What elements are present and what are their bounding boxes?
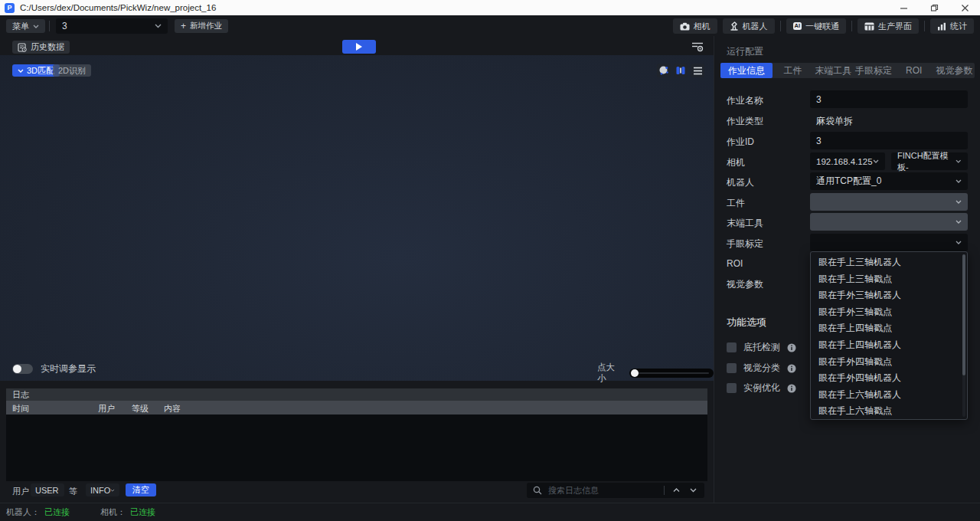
hand-eye-select[interactable] — [810, 234, 968, 251]
job-selector[interactable]: 3 — [56, 18, 168, 34]
dropdown-option[interactable]: 眼在手上六轴机器人 — [811, 387, 967, 404]
dropdown-option[interactable]: 眼在手上六轴戳点 — [811, 403, 967, 420]
dropdown-option[interactable]: 眼在手上三轴戳点 — [811, 271, 967, 288]
production-grid-icon — [864, 22, 874, 31]
point-cloud-view-button[interactable] — [657, 64, 671, 77]
viewport-menu-button[interactable] — [691, 64, 704, 77]
robot-config-select[interactable]: 通用TCP配置_0 — [810, 172, 968, 190]
camera-ip-select[interactable]: 192.168.4.125 — [810, 152, 885, 170]
scrollbar-thumb[interactable] — [962, 254, 965, 375]
info-icon[interactable] — [787, 364, 796, 373]
dropdown-scrollbar[interactable] — [962, 254, 965, 417]
robot-status-value: 已连接 — [44, 506, 70, 518]
hand-eye-dropdown-list: 眼在手上三轴机器人 眼在手上三轴戳点 眼在手外三轴机器人 眼在手外三轴戳点 眼在… — [810, 251, 968, 420]
dropdown-option[interactable]: 眼在手上四轴机器人 — [811, 337, 967, 354]
statistics-button[interactable]: 统计 — [930, 18, 974, 34]
log-level-label: 等 — [69, 486, 77, 497]
dropdown-option[interactable]: 眼在手外四轴机器人 — [811, 370, 967, 387]
camera-template-select[interactable]: FINCH配置模板- — [891, 152, 968, 170]
minimize-icon — [900, 4, 908, 12]
log-table-header: 时间 用户 等级 内容 — [6, 401, 707, 415]
tab-job-info[interactable]: 作业信息 — [720, 63, 773, 78]
pallet-detection-checkbox[interactable] — [727, 342, 737, 352]
bar-chart-icon — [937, 22, 946, 31]
workspace-toolbar: 历史数据 — [0, 36, 714, 55]
log-col-level: 等级 — [132, 403, 149, 415]
chevron-down-icon — [690, 488, 697, 493]
search-prev-button[interactable] — [671, 485, 681, 496]
tab-roi[interactable]: ROI — [893, 63, 934, 78]
workpiece-select[interactable] — [810, 193, 968, 211]
slider-knob[interactable] — [631, 369, 639, 377]
chevron-down-icon — [59, 489, 60, 492]
point-cloud-icon — [658, 65, 669, 76]
pallet-detection-label: 底托检测 — [743, 341, 780, 354]
chevron-down-icon — [956, 200, 962, 204]
run-button[interactable] — [342, 40, 376, 54]
ai-icon: AI — [793, 22, 802, 30]
job-type-value: 麻袋单拆 — [816, 115, 853, 128]
log-col-content: 内容 — [164, 403, 181, 415]
view-settings-button[interactable] — [690, 40, 705, 54]
realtime-param-toggle[interactable] — [12, 364, 33, 374]
dropdown-option[interactable]: 眼在手外三轴机器人 — [811, 287, 967, 304]
dropdown-option[interactable]: 眼在手上三轴机器人 — [811, 254, 967, 271]
search-icon — [533, 486, 542, 495]
dropdown-option[interactable]: 眼在手外四轴戳点 — [811, 354, 967, 371]
tab-2d-recognition[interactable]: 2D识别 — [53, 64, 91, 77]
dropdown-option[interactable]: 眼在手上四轴戳点 — [811, 320, 967, 337]
add-job-button[interactable]: + 新增作业 — [175, 19, 228, 33]
camera-status-value: 已连接 — [130, 506, 155, 518]
divider — [780, 21, 781, 31]
minimize-button[interactable] — [888, 0, 919, 15]
one-key-connect-button[interactable]: AI 一键联通 — [786, 18, 847, 34]
tab-end-tool[interactable]: 末端工具 — [813, 63, 854, 78]
tab-vision-params[interactable]: 视觉参数 — [934, 63, 975, 78]
point-size-slider[interactable] — [629, 369, 714, 378]
log-search-input[interactable] — [548, 486, 658, 495]
vision-classify-checkbox[interactable] — [727, 363, 737, 373]
job-name-input[interactable] — [810, 90, 968, 108]
divider — [49, 21, 50, 31]
menu-bar: 菜单 3 + 新增作业 相机 机器人 AI 一键联通 生产界面 — [0, 15, 980, 37]
chevron-down-icon — [18, 69, 24, 73]
search-next-button[interactable] — [688, 485, 698, 496]
main-menu-button[interactable]: 菜单 — [6, 19, 45, 33]
chevron-down-icon — [873, 159, 879, 163]
tab-workpiece[interactable]: 工件 — [773, 63, 813, 78]
camera-button[interactable]: 相机 — [673, 18, 717, 34]
tab-hand-eye-calibration[interactable]: 手眼标定 — [854, 63, 894, 78]
log-level-filter[interactable]: INFO — [86, 483, 119, 496]
info-icon[interactable] — [787, 343, 796, 352]
chevron-down-icon — [33, 25, 39, 28]
point-size-label: 点大小 — [597, 362, 623, 385]
robot-button[interactable]: 机器人 — [723, 18, 775, 34]
chevron-down-icon — [956, 159, 962, 163]
log-user-label: 用户 — [12, 486, 29, 497]
history-data-button[interactable]: 历史数据 — [12, 41, 70, 54]
end-tool-select[interactable] — [810, 213, 968, 231]
robot-config-label: 机器人 — [727, 176, 754, 189]
close-button[interactable] — [949, 0, 980, 15]
log-table-body[interactable] — [6, 415, 707, 481]
info-icon[interactable] — [787, 384, 796, 393]
log-col-time: 时间 — [12, 403, 29, 415]
instance-optimize-checkbox[interactable] — [727, 383, 737, 393]
log-controls: 用户 USER 等 INFO 清空 — [0, 481, 714, 500]
log-search-box — [527, 483, 704, 498]
dropdown-option[interactable]: 眼在手外三轴戳点 — [811, 304, 967, 321]
3d-viewport[interactable]: 3D匹配 2D识别 实时调参显示 点大小 — [0, 55, 714, 381]
split-view-button[interactable] — [674, 64, 688, 77]
production-view-button[interactable]: 生产界面 — [858, 18, 919, 34]
robot-arm-icon — [730, 21, 739, 31]
roi-label: ROI — [727, 258, 743, 269]
split-view-icon — [675, 65, 686, 76]
log-user-filter[interactable]: USER — [31, 483, 64, 496]
workpiece-label: 工件 — [727, 197, 745, 210]
history-icon — [18, 43, 27, 52]
config-panel-title: 运行配置 — [727, 45, 763, 58]
restore-button[interactable] — [919, 0, 949, 15]
clear-log-button[interactable]: 清空 — [126, 483, 156, 496]
job-id-input[interactable] — [810, 132, 968, 149]
job-type-label: 作业类型 — [727, 115, 763, 128]
